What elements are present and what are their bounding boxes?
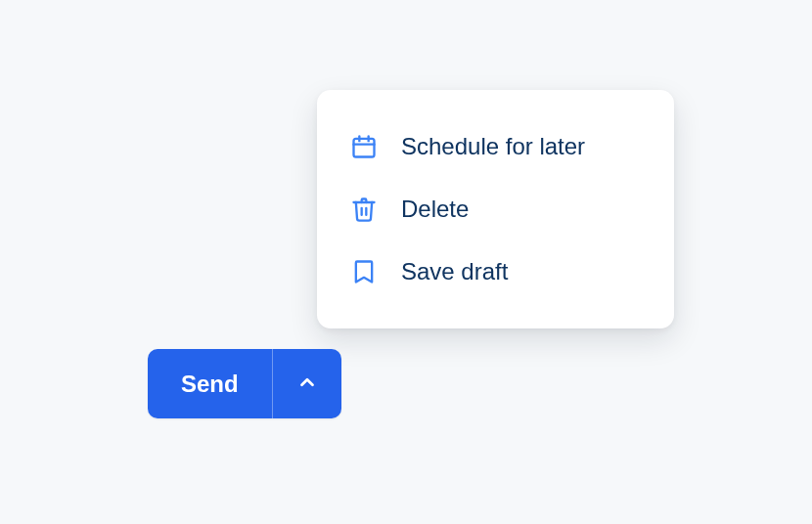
- send-button[interactable]: Send: [148, 349, 272, 418]
- trash-icon: [350, 196, 378, 223]
- menu-item-label: Save draft: [401, 258, 508, 285]
- menu-item-label: Schedule for later: [401, 133, 585, 160]
- menu-item-label: Delete: [401, 196, 469, 223]
- calendar-icon: [350, 133, 378, 160]
- menu-item-schedule[interactable]: Schedule for later: [317, 115, 674, 178]
- bookmark-icon: [350, 258, 378, 285]
- menu-item-delete[interactable]: Delete: [317, 178, 674, 240]
- menu-item-save-draft[interactable]: Save draft: [317, 240, 674, 303]
- svg-rect-0: [354, 139, 375, 157]
- dropdown-toggle-button[interactable]: [272, 349, 341, 418]
- send-split-button: Send: [148, 349, 341, 418]
- chevron-up-icon: [296, 371, 318, 396]
- dropdown-menu: Schedule for later Delete Save draft: [317, 90, 674, 328]
